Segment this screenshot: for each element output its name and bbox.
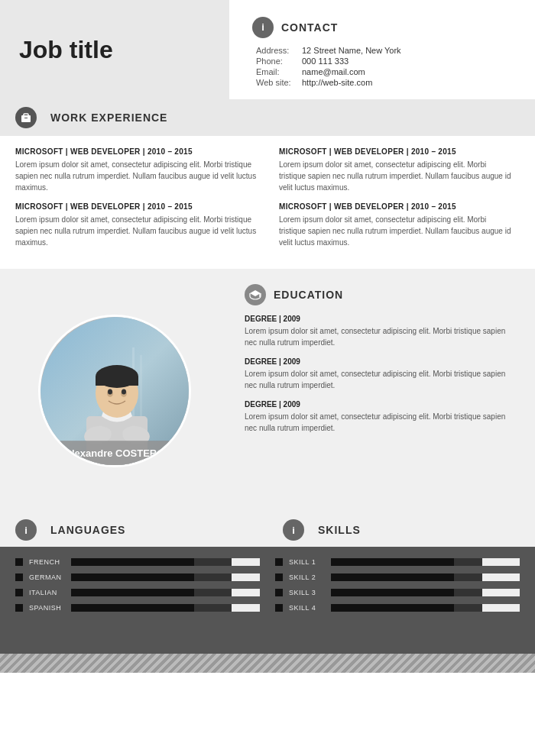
profile-circle: Alexandre COSTERO: [38, 315, 191, 467]
edu-item-desc: Lorem ipsum dolor sit amet, consectetur …: [245, 411, 520, 434]
skill-name: SKILL 3: [289, 589, 331, 596]
skills-content: SKILL 1 SKILL 2 SKILL 3 SKILL 4: [268, 558, 520, 642]
job-title-area: Job title: [0, 0, 229, 99]
website-value: http://web-site.com: [302, 78, 520, 87]
skill-item: SKILL 1: [275, 558, 520, 566]
languages-icon: i: [15, 519, 37, 541]
phone-label: Phone:: [256, 57, 302, 66]
work-item: MICROSOFT | WEB DEVELOPER | 2010 – 2015 …: [268, 202, 520, 257]
skill-item: SKILL 4: [275, 604, 520, 612]
skill-bar-white: [482, 604, 520, 612]
language-bar-fill: [71, 604, 194, 612]
language-bar: [71, 558, 260, 566]
profile-name: Alexandre COSTERO: [41, 441, 189, 465]
skill-bar: [331, 573, 520, 581]
language-item: ITALIAN: [15, 589, 260, 596]
bullet-icon: [275, 558, 283, 566]
work-item-title: MICROSOFT | WEB DEVELOPER | 2010 – 2015: [15, 147, 260, 156]
work-item-title: MICROSOFT | WEB DEVELOPER | 2010 – 2015: [279, 147, 512, 156]
svg-rect-5: [140, 355, 142, 424]
edu-item-desc: Lorem ipsum dolor sit amet, consectetur …: [245, 325, 520, 348]
svg-rect-1: [24, 114, 28, 116]
education-item: DEGREE | 2009 Lorem ipsum dolor sit amet…: [245, 357, 520, 391]
skills-icon: i: [283, 519, 304, 541]
bullet-icon: [275, 589, 283, 596]
work-experience-title: WORK EXPERIENCE: [50, 111, 167, 124]
svg-rect-12: [96, 376, 138, 386]
skill-bar: [331, 558, 520, 566]
svg-rect-2: [24, 118, 28, 118]
skill-bar: [331, 589, 520, 596]
skill-bar: [331, 604, 520, 612]
profile-area: Alexandre COSTERO: [0, 269, 229, 513]
work-item-desc: Lorem ipsum dolor sit amet, consectetur …: [15, 214, 260, 248]
bullet-icon: [15, 573, 23, 581]
bullet-icon: [275, 604, 283, 612]
work-item: MICROSOFT | WEB DEVELOPER | 2010 – 2015 …: [15, 202, 268, 257]
education-item: DEGREE | 2009 Lorem ipsum dolor sit amet…: [245, 315, 520, 348]
edu-item-title: DEGREE | 2009: [245, 400, 520, 409]
contact-title: CONTACT: [281, 21, 338, 34]
top-section: Job title i CONTACT Address: 12 Street N…: [0, 0, 535, 99]
language-bar-white: [232, 604, 260, 612]
language-bar: [71, 604, 260, 612]
language-bar-white: [232, 589, 260, 596]
skill-bar-fill: [331, 604, 454, 612]
email-value: name@mail.com: [302, 67, 520, 76]
skills-title: SKILLS: [318, 524, 361, 536]
language-bar: [71, 573, 260, 581]
work-item-desc: Lorem ipsum dolor sit amet, consectetur …: [279, 159, 512, 193]
languages-header-area: i LANGUAGES: [0, 513, 268, 547]
language-name: FRENCH: [29, 558, 71, 566]
email-label: Email:: [256, 67, 302, 76]
footer-stripes: [0, 654, 535, 673]
languages-title: LANGUAGES: [50, 524, 125, 536]
edu-item-title: DEGREE | 2009: [245, 357, 520, 366]
language-bar-white: [232, 573, 260, 581]
work-item-desc: Lorem ipsum dolor sit amet, consectetur …: [279, 214, 512, 248]
languages-content: FRENCH GERMAN ITALIAN SPANISH: [15, 558, 268, 642]
work-experience-header: WORK EXPERIENCE: [0, 99, 535, 136]
language-bar: [71, 589, 260, 596]
contact-grid: Address: 12 Street Name, New York Phone:…: [252, 46, 520, 87]
skill-bar-fill: [331, 573, 454, 581]
svg-point-15: [108, 389, 112, 395]
language-bar-white: [232, 558, 260, 566]
education-area: EDUCATION DEGREE | 2009 Lorem ipsum dolo…: [229, 269, 535, 513]
contact-header: i CONTACT: [252, 17, 520, 38]
language-bar-fill: [71, 558, 194, 566]
middle-section: Alexandre COSTERO EDUCATION DEGREE | 200…: [0, 269, 535, 513]
bullet-icon: [15, 604, 23, 612]
education-item: DEGREE | 2009 Lorem ipsum dolor sit amet…: [245, 400, 520, 434]
skill-bar-white: [482, 558, 520, 566]
skill-bar-fill: [331, 558, 454, 566]
address-label: Address:: [256, 46, 302, 55]
skill-bar-white: [482, 589, 520, 596]
education-header: EDUCATION: [245, 284, 520, 305]
skill-bar-white: [482, 573, 520, 581]
contact-area: i CONTACT Address: 12 Street Name, New Y…: [229, 0, 535, 99]
job-title: Job title: [19, 36, 113, 64]
work-icon: [15, 107, 37, 128]
bullet-icon: [15, 589, 23, 596]
language-bar-fill: [71, 589, 194, 596]
website-label: Web site:: [256, 78, 302, 87]
skill-bar-fill: [331, 589, 454, 596]
work-item: MICROSOFT | WEB DEVELOPER | 2010 – 2015 …: [268, 147, 520, 202]
bullet-icon: [275, 573, 283, 581]
bullet-icon: [15, 558, 23, 566]
work-item-title: MICROSOFT | WEB DEVELOPER | 2010 – 2015: [279, 202, 512, 211]
work-item-desc: Lorem ipsum dolor sit amet, consectetur …: [15, 159, 260, 193]
language-name: SPANISH: [29, 604, 71, 612]
edu-item-title: DEGREE | 2009: [245, 315, 520, 323]
skill-item: SKILL 3: [275, 589, 520, 596]
skills-header-area: i SKILLS: [268, 513, 535, 547]
phone-value: 000 111 333: [302, 57, 520, 66]
bottom-headers: i LANGUAGES i SKILLS: [0, 513, 535, 547]
education-title: EDUCATION: [274, 289, 343, 301]
language-bar-fill: [71, 573, 194, 581]
language-item: GERMAN: [15, 573, 260, 581]
skill-name: SKILL 2: [289, 573, 331, 581]
language-name: GERMAN: [29, 573, 71, 581]
bottom-content: FRENCH GERMAN ITALIAN SPANISH: [0, 547, 535, 654]
